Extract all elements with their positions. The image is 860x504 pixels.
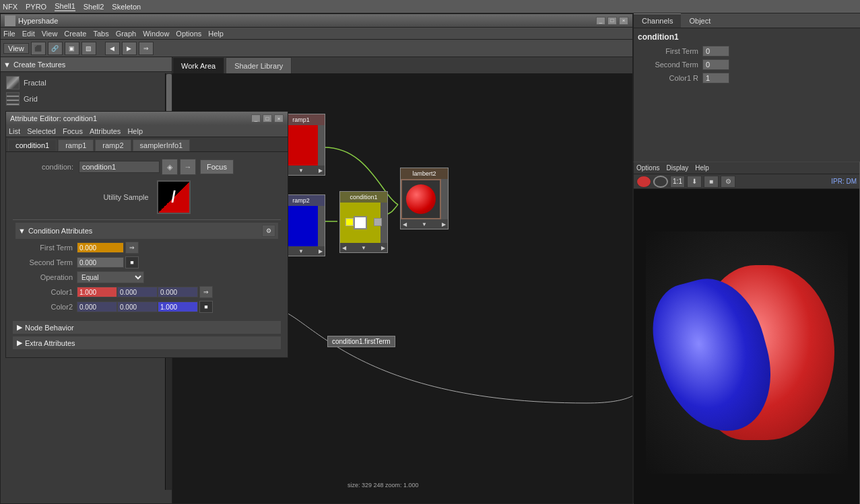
second-term-label: Second Term (15, 258, 73, 266)
color1-b-input[interactable] (158, 287, 198, 297)
ae-close[interactable]: × (274, 114, 284, 122)
menu-window[interactable]: Window (143, 30, 169, 38)
menu-graph[interactable]: Graph (116, 30, 137, 38)
tab-channels[interactable]: Channels (634, 13, 681, 28)
ch-color1r-value[interactable]: 1 (702, 73, 729, 83)
second-term-input[interactable] (77, 257, 124, 268)
ch-first-term-value[interactable]: 0 (702, 46, 729, 57)
ae-btn-select[interactable]: ◈ (162, 159, 178, 175)
rv-btn-stop[interactable]: ■ (704, 176, 719, 188)
shelf-tab-pyro[interactable]: PYRO (26, 3, 46, 11)
ae-minimize[interactable]: _ (251, 114, 261, 122)
rv-btn-11[interactable]: 1:1 (670, 176, 685, 188)
maximize-button[interactable]: □ (607, 17, 617, 25)
ae-tab-samplerinfo1[interactable]: samplerInfo1 (133, 139, 191, 151)
tool-btn-7[interactable]: ⇒ (139, 42, 154, 55)
color2-b-input[interactable] (158, 301, 198, 312)
color2-btn[interactable]: ■ (199, 301, 213, 313)
menu-options[interactable]: Options (176, 30, 201, 38)
rv-display[interactable]: Display (666, 164, 688, 172)
condition-attributes-header[interactable]: ▼ Condition Attributes ⚙ (15, 223, 278, 239)
menu-create[interactable]: Create (64, 30, 86, 38)
tool-btn-5[interactable]: ◀ (105, 42, 120, 55)
work-area-tabs: Work Area Shader Library (172, 57, 632, 73)
node-lambert2[interactable]: lambert2 ◀ ▼ ▶ (400, 168, 449, 229)
hypershade-menu: File Edit View Create Tabs Graph Window … (1, 28, 632, 40)
minimize-button[interactable]: _ (596, 17, 605, 25)
section-options-btn[interactable]: ⚙ (262, 225, 275, 237)
ae-maximize[interactable]: □ (263, 114, 272, 122)
port-expand-r1[interactable]: ▼ (298, 168, 304, 174)
extra-attributes-section[interactable]: ▶ Extra Attributes (13, 336, 281, 349)
rv-btn-render[interactable]: ⬇ (687, 176, 702, 188)
color1-btn[interactable]: ⇒ (199, 286, 213, 298)
condition-name-input[interactable] (79, 161, 160, 173)
menu-tabs[interactable]: Tabs (93, 30, 108, 38)
shelf-tab-shell2[interactable]: Shell2 (84, 3, 104, 11)
ch-second-term-value[interactable]: 0 (702, 59, 729, 70)
color2-g-input[interactable] (117, 301, 158, 312)
node-condition1[interactable]: condition1 ◀ ▼ ▶ (339, 191, 388, 253)
node-behavior-section[interactable]: ▶ Node Behavior (13, 321, 281, 334)
node-condition1-header: condition1 (340, 192, 387, 203)
tool-btn-6[interactable]: ▶ (122, 42, 137, 55)
rv-options[interactable]: Options (636, 164, 659, 172)
canvas-size-info: size: 329 248 zoom: 1.000 (348, 482, 419, 489)
tool-btn-2[interactable]: 🔗 (48, 42, 63, 55)
ae-btn-connect[interactable]: → (180, 159, 196, 175)
tool-btn-4[interactable]: ▧ (81, 42, 96, 55)
rv-btn-sphere[interactable] (636, 176, 651, 188)
utility-sample-label: Utility Sample (103, 193, 148, 201)
ae-title-text: Attribute Editor: condition1 (10, 114, 251, 122)
tab-object[interactable]: Object (681, 13, 719, 28)
port-expand-r2[interactable]: ▼ (298, 248, 304, 254)
hypershade-title: Hypershade (18, 17, 596, 25)
ae-menu-list[interactable]: List (9, 127, 20, 135)
ae-menu-attributes[interactable]: Attributes (90, 127, 121, 135)
channels-content: condition1 First Term 0 Second Term 0 Co… (634, 28, 860, 90)
tool-btn-3[interactable]: ▣ (65, 42, 79, 55)
color2-label: Color2 (15, 303, 73, 311)
rv-btn-settings[interactable]: ⚙ (721, 176, 735, 188)
shelf-tab-skeleton[interactable]: Skeleton (112, 3, 141, 11)
view-button[interactable]: View (3, 43, 29, 54)
tab-shader-library[interactable]: Shader Library (226, 57, 292, 73)
grid-icon (6, 92, 20, 106)
port-expand-c[interactable]: ▼ (361, 245, 366, 251)
tool-btn-1[interactable]: ⬛ (31, 42, 46, 55)
texture-item-fractal[interactable]: Fractal (3, 75, 169, 91)
first-term-input[interactable] (77, 242, 124, 253)
shelf-tab-shell1[interactable]: Shell1 (55, 2, 75, 11)
focus-button[interactable]: Focus (200, 159, 234, 174)
shelf-tab-nfx[interactable]: NFX (3, 3, 18, 11)
condition-tooltip: condition1.firstTerm (327, 336, 395, 347)
ae-tab-ramp1[interactable]: ramp1 (58, 139, 94, 151)
menu-view[interactable]: View (42, 30, 58, 38)
menu-help[interactable]: Help (208, 30, 224, 38)
ae-menu-focus[interactable]: Focus (63, 127, 83, 135)
node-lambert2-footer: ◀ ▼ ▶ (401, 219, 448, 229)
ae-tab-condition1[interactable]: condition1 (8, 139, 57, 151)
section-arrow: ▼ (18, 227, 26, 235)
hypershade-titlebar: Hypershade _ □ × (1, 14, 632, 28)
ae-menu-help[interactable]: Help (127, 127, 143, 135)
grid-label: Grid (24, 95, 38, 103)
tab-work-area[interactable]: Work Area (172, 57, 224, 73)
ae-tab-ramp2[interactable]: ramp2 (95, 139, 131, 151)
color2-r-input[interactable] (77, 301, 117, 312)
color1-r-input[interactable] (77, 287, 117, 297)
first-term-btn[interactable]: ⇒ (125, 242, 139, 254)
close-button[interactable]: × (619, 17, 628, 25)
color1-g-input[interactable] (117, 287, 158, 297)
texture-item-grid[interactable]: Grid (3, 91, 169, 107)
create-textures-header[interactable]: ▼ Create Textures (1, 57, 172, 72)
operation-select[interactable]: Equal NotEqual GreaterThan GreaterOrEqua… (77, 271, 144, 283)
port-expand-l[interactable]: ▼ (422, 221, 427, 227)
menu-edit[interactable]: Edit (22, 30, 35, 38)
ae-menu-selected[interactable]: Selected (27, 127, 56, 135)
right-panel: Channels Object condition1 First Term 0 … (633, 13, 860, 161)
rv-btn-circle[interactable] (653, 176, 668, 188)
second-term-btn[interactable]: ■ (125, 256, 139, 268)
menu-file[interactable]: File (3, 30, 15, 38)
rv-help[interactable]: Help (695, 164, 709, 172)
